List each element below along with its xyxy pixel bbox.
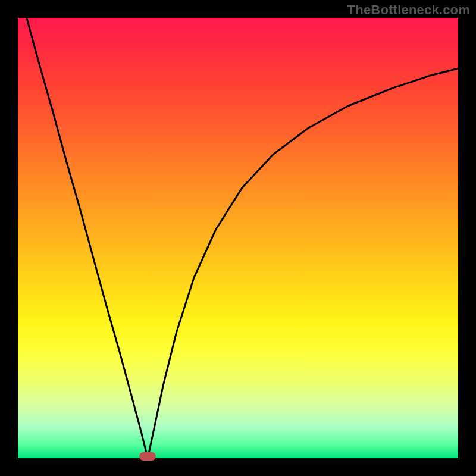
curve-right-branch xyxy=(148,68,458,458)
chart-frame: TheBottleneck.com xyxy=(0,0,476,476)
plot-area xyxy=(18,18,458,458)
curve-svg xyxy=(18,18,458,458)
curve-left-branch xyxy=(27,18,148,458)
min-marker xyxy=(139,452,156,461)
watermark-text: TheBottleneck.com xyxy=(347,2,470,18)
